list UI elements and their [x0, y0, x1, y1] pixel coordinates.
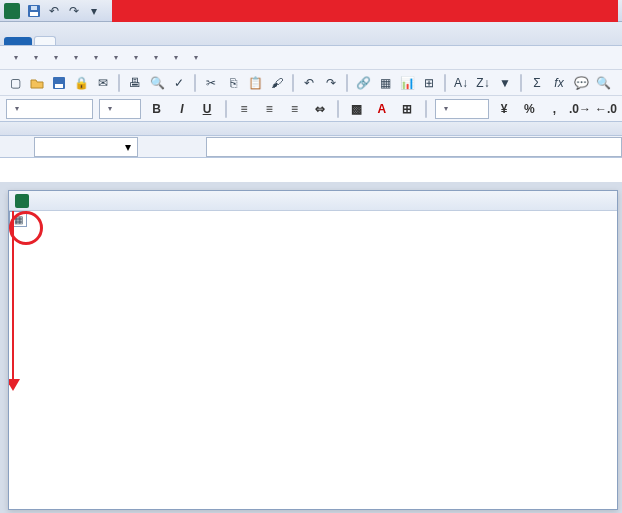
tab-review[interactable] [156, 37, 176, 45]
workspace: ▦ [0, 182, 622, 513]
underline-button[interactable]: U [197, 99, 216, 119]
separator [346, 74, 348, 92]
align-center-icon[interactable]: ≡ [260, 99, 279, 119]
tab-home[interactable] [56, 37, 76, 45]
open-icon[interactable] [28, 74, 46, 92]
tab-insert[interactable] [76, 37, 96, 45]
tab-classic-menu[interactable] [34, 36, 56, 45]
table-icon[interactable]: ▦ [376, 74, 394, 92]
ribbon-spacer [0, 122, 622, 136]
menu-format[interactable]: ▾ [106, 50, 124, 65]
formatting-toolbar: ▾ ▾ B I U ≡ ≡ ≡ ⇔ ▩ A ⊞ ▾ ¥ % , .0→ ←.0 [0, 96, 622, 122]
bold-button[interactable]: B [147, 99, 166, 119]
menu-insert[interactable]: ▾ [86, 50, 104, 65]
tab-data[interactable] [136, 37, 156, 45]
workbook-icon [15, 194, 29, 208]
sort-asc-icon[interactable]: A↓ [452, 74, 470, 92]
menu-data[interactable]: ▾ [146, 50, 164, 65]
chevron-down-icon[interactable]: ▾ [125, 140, 131, 154]
svg-rect-1 [30, 12, 38, 16]
separator [444, 74, 446, 92]
separator [292, 74, 294, 92]
font-color-icon[interactable]: A [372, 99, 391, 119]
quick-access-toolbar: ↶ ↷ ▾ [0, 0, 622, 22]
decrease-decimal-icon[interactable]: ←.0 [596, 99, 616, 119]
autofill-options-icon[interactable]: ▦ [9, 211, 27, 227]
formula-input[interactable] [206, 137, 622, 157]
autosum-icon[interactable]: Σ [528, 74, 546, 92]
formula-bar-row: ▾ [0, 136, 622, 158]
menu-window[interactable]: ▾ [166, 50, 184, 65]
menu-help[interactable]: ▾ [186, 50, 204, 65]
spelling-icon[interactable]: ✓ [170, 74, 188, 92]
fill-color-icon[interactable]: ▩ [347, 99, 366, 119]
copy-icon[interactable]: ⎘ [224, 74, 242, 92]
comma-icon[interactable]: , [545, 99, 564, 119]
number-format-combo[interactable]: ▾ [435, 99, 489, 119]
redo-icon[interactable]: ↷ [64, 2, 84, 20]
separator [118, 74, 120, 92]
new-icon[interactable]: ▢ [6, 74, 24, 92]
ribbon-tab-strip [0, 22, 622, 46]
sort-desc-icon[interactable]: Z↓ [474, 74, 492, 92]
svg-rect-4 [55, 84, 63, 88]
cut-icon[interactable]: ✂ [202, 74, 220, 92]
align-right-icon[interactable]: ≡ [285, 99, 304, 119]
excel-logo-icon [4, 3, 20, 19]
undo-icon-2[interactable]: ↶ [300, 74, 318, 92]
classic-menu-bar: ▾ ▾ ▾ ▾ ▾ ▾ ▾ ▾ ▾ ▾ [0, 46, 622, 70]
title-bar-redacted [112, 0, 618, 22]
permission-icon[interactable]: 🔒 [72, 74, 90, 92]
separator [225, 100, 227, 118]
qat-dropdown-icon[interactable]: ▾ [84, 2, 104, 20]
separator [194, 74, 196, 92]
format-painter-icon[interactable]: 🖌 [268, 74, 286, 92]
redo-icon-2[interactable]: ↷ [322, 74, 340, 92]
pivot-icon[interactable]: ⊞ [420, 74, 438, 92]
separator [520, 74, 522, 92]
zoom-icon[interactable]: 🔍 [594, 74, 612, 92]
mail-icon[interactable]: ✉ [94, 74, 112, 92]
percent-icon[interactable]: % [520, 99, 539, 119]
function-icon[interactable]: fx [550, 74, 568, 92]
paste-icon[interactable]: 📋 [246, 74, 264, 92]
undo-icon[interactable]: ↶ [44, 2, 64, 20]
hyperlink-icon[interactable]: 🔗 [354, 74, 372, 92]
print-preview-icon[interactable]: 🔍 [148, 74, 166, 92]
tab-page-layout[interactable] [96, 37, 116, 45]
save-icon[interactable] [24, 2, 44, 20]
increase-decimal-icon[interactable]: .0→ [570, 99, 590, 119]
print-icon[interactable]: 🖶 [126, 74, 144, 92]
workbook-titlebar [9, 191, 617, 211]
comment-icon[interactable]: 💬 [572, 74, 590, 92]
chart-icon[interactable]: 📊 [398, 74, 416, 92]
menu-all[interactable]: ▾ [6, 50, 24, 65]
standard-toolbar: ▢ 🔒 ✉ 🖶 🔍 ✓ ✂ ⎘ 📋 🖌 ↶ ↷ 🔗 ▦ 📊 ⊞ A↓ Z↓ ▼ … [0, 70, 622, 96]
menu-file[interactable]: ▾ [26, 50, 44, 65]
italic-button[interactable]: I [172, 99, 191, 119]
tab-view[interactable] [176, 37, 196, 45]
font-size-combo[interactable]: ▾ [99, 99, 142, 119]
currency-icon[interactable]: ¥ [495, 99, 514, 119]
separator [425, 100, 427, 118]
menu-edit[interactable]: ▾ [46, 50, 64, 65]
workbook-window: ▦ [8, 190, 618, 510]
name-box[interactable]: ▾ [34, 137, 138, 157]
grid-area[interactable]: ▦ [9, 211, 617, 509]
menu-tools[interactable]: ▾ [126, 50, 144, 65]
font-name-combo[interactable]: ▾ [6, 99, 93, 119]
tab-file[interactable] [4, 37, 32, 45]
tab-formulas[interactable] [116, 37, 136, 45]
filter-icon[interactable]: ▼ [496, 74, 514, 92]
menu-view[interactable]: ▾ [66, 50, 84, 65]
borders-icon[interactable]: ⊞ [397, 99, 416, 119]
svg-rect-2 [31, 6, 37, 10]
align-left-icon[interactable]: ≡ [235, 99, 254, 119]
separator [337, 100, 339, 118]
save-icon-2[interactable] [50, 74, 68, 92]
merge-icon[interactable]: ⇔ [310, 99, 329, 119]
